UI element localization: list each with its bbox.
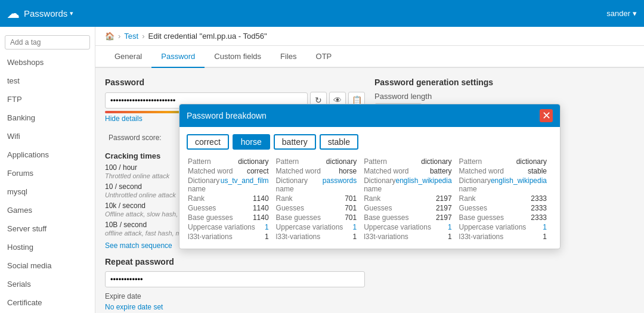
breakdown-col-battery: PatterndictionaryMatched wordbatteryDict… xyxy=(363,157,457,241)
main-content: 🏠 › Test › Edit credential "eml.pp.ua - … xyxy=(95,27,644,313)
sidebar-item-wifi[interactable]: Wifi xyxy=(0,127,95,145)
sidebar-item-banking[interactable]: Banking xyxy=(0,109,95,127)
user-dropdown-icon: ▾ xyxy=(633,9,637,18)
tab-otp[interactable]: OTP xyxy=(306,46,342,68)
content-area: Password ↻ 👁 📋 Hide details strong xyxy=(95,68,644,313)
tab-custom-fields[interactable]: Custom fields xyxy=(205,46,271,68)
breadcrumb-current: Edit credential "eml.pp.ua - Tod56" xyxy=(148,32,267,41)
breadcrumb-sep-1: › xyxy=(118,32,120,41)
main-layout: WebshopstestFTPBankingWifiApplicationsFo… xyxy=(0,27,644,313)
breakdown-overlay: Password breakdown ✕ correct horse batte… xyxy=(95,68,644,313)
home-icon[interactable]: 🏠 xyxy=(105,32,114,41)
sidebar-item-server-stuff[interactable]: Server stuff xyxy=(0,219,95,238)
app-logo: ☁ xyxy=(7,7,19,21)
sidebar-item-hosting[interactable]: Hosting xyxy=(0,238,95,256)
tab-bar: General Password Custom fields Files OTP xyxy=(95,46,644,68)
topbar-left: ☁ Passwords ▾ xyxy=(7,7,73,21)
breadcrumb: 🏠 › Test › Edit credential "eml.pp.ua - … xyxy=(95,27,644,46)
topbar: ☁ Passwords ▾ sander ▾ xyxy=(0,0,644,27)
breakdown-title: Password breakdown xyxy=(187,111,267,120)
word-tag-correct: correct xyxy=(187,134,229,150)
breakdown-words: correct horse battery stable xyxy=(187,134,553,150)
sidebar-item-mysql[interactable]: mysql xyxy=(0,182,95,201)
tag-search-container xyxy=(0,32,95,53)
tag-search-input[interactable] xyxy=(5,35,90,49)
breadcrumb-sep-2: › xyxy=(142,32,144,41)
app-name[interactable]: Passwords ▾ xyxy=(24,8,73,18)
sidebar: WebshopstestFTPBankingWifiApplicationsFo… xyxy=(0,27,95,313)
breakdown-body: correct horse battery stable Patterndict… xyxy=(179,127,560,249)
sidebar-item-social-media[interactable]: Social media xyxy=(0,256,95,275)
sidebar-item-forums[interactable]: Forums xyxy=(0,164,95,182)
sidebar-items: WebshopstestFTPBankingWifiApplicationsFo… xyxy=(0,53,95,312)
sidebar-item-applications[interactable]: Applications xyxy=(0,145,95,164)
word-tag-battery: battery xyxy=(274,134,316,150)
breakdown-col-stable: PatterndictionaryMatched wordstableDicti… xyxy=(458,157,553,241)
breakdown-close-button[interactable]: ✕ xyxy=(540,109,553,122)
tab-general[interactable]: General xyxy=(105,46,151,68)
sidebar-item-games[interactable]: Games xyxy=(0,201,95,219)
sidebar-item-ftp[interactable]: FTP xyxy=(0,90,95,109)
breadcrumb-test[interactable]: Test xyxy=(124,32,138,41)
username-label: sander xyxy=(606,9,630,18)
word-tag-stable: stable xyxy=(320,134,358,150)
sidebar-item-test[interactable]: test xyxy=(0,72,95,90)
breakdown-table: PatterndictionaryMatched wordcorrectDict… xyxy=(187,157,553,241)
user-menu[interactable]: sander ▾ xyxy=(606,9,637,18)
breakdown-header: Password breakdown ✕ xyxy=(179,104,560,127)
app-dropdown-icon[interactable]: ▾ xyxy=(70,10,73,17)
word-tag-horse: horse xyxy=(233,134,270,150)
tab-password[interactable]: Password xyxy=(151,46,205,68)
sidebar-item-webshops[interactable]: Webshops xyxy=(0,53,95,72)
sidebar-item-serials[interactable]: Serials xyxy=(0,275,95,293)
tab-files[interactable]: Files xyxy=(271,46,306,68)
breakdown-col-correct: PatterndictionaryMatched wordcorrectDict… xyxy=(187,157,275,241)
breakdown-col-horse: PatterndictionaryMatched wordhorseDictio… xyxy=(275,157,363,241)
sidebar-item-certificate[interactable]: Certificate xyxy=(0,293,95,312)
breakdown-box: Password breakdown ✕ correct horse batte… xyxy=(179,104,561,249)
